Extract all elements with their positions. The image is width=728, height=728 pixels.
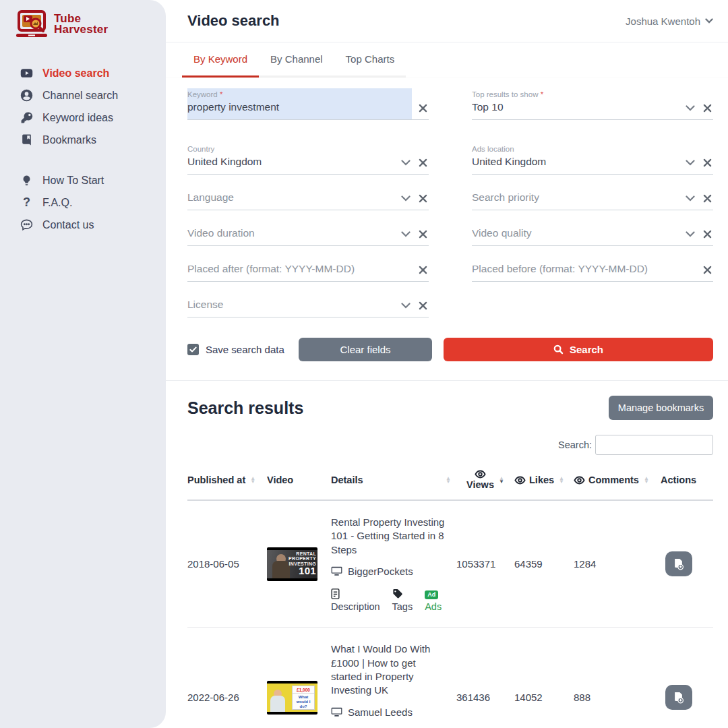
video-title[interactable]: Rental Property Investing 101 - Getting … [331,516,447,557]
dropdown-chevron-icon[interactable] [401,160,411,166]
clear-video-quality-icon[interactable] [703,230,712,239]
save-search-checkbox[interactable]: Save search data [187,344,287,355]
sidebar-nav: Video search Channel search Keyword idea… [0,62,166,236]
sidebar-item-video-search[interactable]: Video search [0,62,166,84]
sidebar-item-channel-search[interactable]: Channel search [0,84,166,107]
brand-name: Tube Harvester [54,13,108,35]
dropdown-chevron-icon[interactable] [401,231,411,237]
search-priority-placeholder[interactable]: Search priority [472,190,679,205]
license-placeholder[interactable]: License [187,297,394,312]
placed-after-field[interactable]: Placed after (format: YYYY-MM-DD) [187,250,429,282]
video-quality-field[interactable]: Video quality [472,214,713,246]
brand-logo[interactable]: Tube Harvester [0,0,166,39]
placed-before-field[interactable]: Placed before (format: YYYY-MM-DD) [472,250,713,282]
clear-language-icon[interactable] [419,194,427,203]
video-quality-placeholder[interactable]: Video quality [472,226,679,241]
tags-toggle[interactable]: Tags [392,587,413,612]
dropdown-chevron-icon[interactable] [686,105,695,111]
clear-license-icon[interactable] [419,301,427,310]
eye-icon [514,476,526,485]
channel-link[interactable]: BiggerPockets [331,566,447,577]
clear-search-priority-icon[interactable] [703,194,712,203]
manage-bookmarks-button[interactable]: Manage bookmarks [609,396,713,420]
channel-name: BiggerPockets [348,566,413,577]
description-toggle[interactable]: Description [331,587,380,612]
likes-count: 64359 [514,558,574,570]
clear-country-icon[interactable] [419,158,427,167]
checkbox-checked-icon[interactable] [187,344,199,355]
placed-after-placeholder[interactable]: Placed after (format: YYYY-MM-DD) [187,262,412,276]
clear-video-duration-icon[interactable] [419,230,427,239]
dropdown-chevron-icon[interactable] [686,231,695,237]
placed-before-placeholder[interactable]: Placed before (format: YYYY-MM-DD) [472,262,696,276]
country-field[interactable]: Country United Kingdom [187,143,429,175]
sort-arrows-icon[interactable]: ▲▼ [499,477,504,483]
video-title[interactable]: What I Would Do With £1000 | How to get … [331,642,447,698]
tab-top-charts[interactable]: Top Charts [334,42,406,78]
sidebar-item-bookmarks[interactable]: Bookmarks [0,129,166,151]
video-thumbnail[interactable]: RENTAL PROPERTY INVESTING 101 [267,547,317,581]
file-download-icon [673,692,684,704]
video-duration-placeholder[interactable]: Video duration [187,226,394,241]
ads-toggle[interactable]: Ad Ads [425,587,442,612]
ads-location-label: Ads location [472,145,514,153]
video-thumbnail[interactable]: £1,000 What would I do? [267,681,317,715]
country-value[interactable]: United Kingdom [187,154,394,169]
user-menu[interactable]: Joshua Kwentoh [626,16,713,27]
search-form: Keyword * property investment Top result… [166,78,728,317]
clear-placed-before-icon[interactable] [703,266,712,274]
clear-fields-button[interactable]: Clear fields [299,338,432,361]
views-count: 1053371 [456,558,514,570]
sort-arrows-icon[interactable]: ▲▼ [446,477,451,483]
clear-keyword-icon[interactable] [419,104,427,113]
sort-arrows-icon[interactable]: ▲▼ [559,477,564,483]
clear-placed-after-icon[interactable] [419,266,427,274]
language-field[interactable]: Language [187,179,429,210]
col-comments[interactable]: Comments ▲▼ [574,475,644,485]
tab-by-channel[interactable]: By Channel [259,42,334,78]
table-header-row: Published at ▲▼ Video Details ▲▼ Views ▲… [187,464,713,501]
sidebar-item-keyword-ideas[interactable]: Keyword ideas [0,107,166,129]
ads-location-value[interactable]: United Kingdom [472,154,679,169]
clear-top-results-icon[interactable] [703,104,712,113]
col-details[interactable]: Details ▲▼ [331,475,456,485]
top-results-value[interactable]: Top 10 [472,100,679,115]
sidebar-item-how-to-start[interactable]: How To Start [0,169,166,191]
search-button[interactable]: Search [444,338,713,361]
user-name: Joshua Kwentoh [626,16,700,27]
results-header: Search results Manage bookmarks [166,381,728,420]
key-icon [20,111,33,124]
tubeharvester-logo-icon [15,9,50,39]
col-views[interactable]: Views ▲▼ [456,470,514,490]
keyword-label: Keyword * [187,90,222,98]
comments-count: 888 [574,692,644,703]
language-placeholder[interactable]: Language [187,190,394,205]
export-file-button[interactable] [665,551,692,576]
keyword-value[interactable]: property investment [187,100,412,115]
tag-icon [392,587,413,599]
clear-ads-location-icon[interactable] [703,158,712,167]
license-field[interactable]: License [187,286,429,317]
dropdown-chevron-icon[interactable] [401,195,411,202]
table-search-input[interactable] [595,435,713,455]
dropdown-chevron-icon[interactable] [686,160,695,166]
sort-arrows-icon[interactable]: ▲▼ [250,477,255,483]
video-duration-field[interactable]: Video duration [187,214,429,246]
col-published-at[interactable]: Published at ▲▼ [187,475,267,485]
dropdown-chevron-icon[interactable] [686,195,695,202]
tab-by-keyword[interactable]: By Keyword [182,42,259,78]
person-circle-icon [20,89,33,102]
sidebar-item-contact-us[interactable]: Contact us [0,214,166,236]
export-file-button[interactable] [665,685,692,710]
channel-link[interactable]: Samuel Leeds [331,706,447,718]
search-priority-field[interactable]: Search priority [472,179,713,210]
col-likes[interactable]: Likes ▲▼ [514,475,574,485]
sidebar-item-faq[interactable]: ? F.A.Q. [0,191,166,214]
keyword-field[interactable]: Keyword * property investment [187,88,429,120]
top-results-field[interactable]: Top results to show * Top 10 [472,88,713,120]
monitor-icon [331,707,342,717]
top-results-label: Top results to show * [472,90,543,98]
ads-location-field[interactable]: Ads location United Kingdom [472,143,713,175]
dropdown-chevron-icon[interactable] [401,303,411,309]
results-title: Search results [187,398,303,418]
